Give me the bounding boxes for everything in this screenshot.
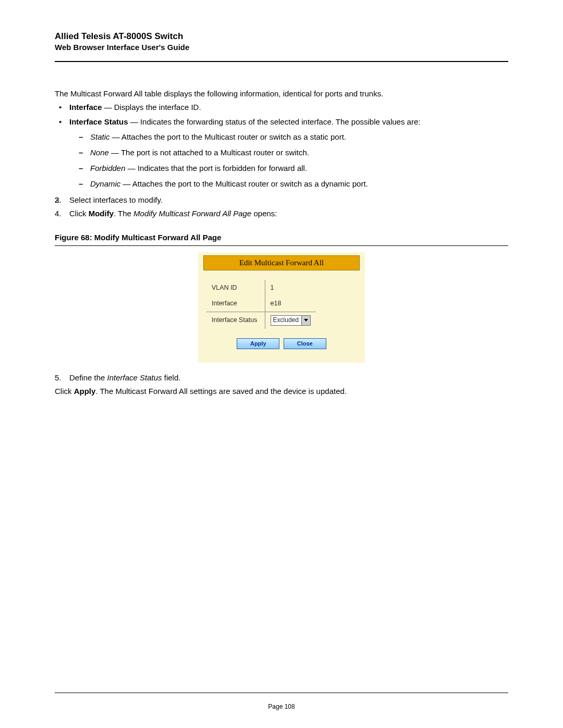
apply-pre: Click xyxy=(55,387,74,396)
doc-subtitle: Web Browser Interface User's Guide xyxy=(55,43,508,52)
step-5-num: 5. xyxy=(55,372,62,384)
bullet-ifstatus-desc: — Indicates the forwarding status of the… xyxy=(128,117,421,126)
sub-dynamic: Dynamic — Attaches the port to the Multi… xyxy=(90,178,508,190)
step-5-italic: Interface Status xyxy=(107,373,162,382)
step-5: 5.Define the Interface Status field. xyxy=(55,372,508,384)
sub-none-desc: — The port is not attached to a Multicas… xyxy=(109,148,309,157)
sub-none: None — The port is not attached to a Mul… xyxy=(90,147,508,158)
sub-static-desc: — Attaches the port to the Multicast rou… xyxy=(110,132,347,141)
doc-title: Allied Telesis AT-8000S Switch xyxy=(55,31,508,42)
interface-label: Interface xyxy=(206,295,265,312)
step-4-num: 4. xyxy=(55,208,62,219)
bullet-interface-label: Interface xyxy=(69,103,102,112)
svg-marker-0 xyxy=(304,319,308,322)
sub-dynamic-term: Dynamic xyxy=(90,179,120,188)
apply-post: . The Multicast Forward All settings are… xyxy=(95,387,347,396)
sub-forbidden: Forbidden — Indicates that the port is f… xyxy=(90,163,508,174)
sub-none-term: None xyxy=(90,148,109,157)
bullet-interface-desc: — Displays the interface ID. xyxy=(102,103,201,112)
figure-caption: Figure 68: Modify Multicast Forward All … xyxy=(55,232,508,243)
apply-paragraph: Click Apply. The Multicast Forward All s… xyxy=(55,386,508,397)
apply-bold: Apply xyxy=(74,387,96,396)
footer-rule xyxy=(55,693,508,693)
dialog-title: Edit Multicast Forward All xyxy=(203,255,360,271)
sub-static-term: Static xyxy=(90,132,110,141)
row-interface: Interface e18 xyxy=(206,295,316,312)
bullet-ifstatus-label: Interface Status xyxy=(69,117,128,126)
step-3-num: 3. xyxy=(55,194,62,206)
apply-button[interactable]: Apply xyxy=(237,338,279,350)
figure-rule xyxy=(55,245,508,246)
sub-dynamic-desc: — Attaches the port to the Multicast rou… xyxy=(120,179,368,188)
row-interface-status: Interface Status Excluded xyxy=(206,312,316,329)
close-button[interactable]: Close xyxy=(284,338,326,350)
sub-forbidden-term: Forbidden xyxy=(90,164,126,172)
interface-status-label: Interface Status xyxy=(206,312,265,329)
vlan-id-label: VLAN ID xyxy=(206,280,265,295)
step-4-mid: . The xyxy=(114,209,133,218)
sub-static: Static — Attaches the port to the Multic… xyxy=(90,131,508,143)
sub-forbidden-desc: — Indicates that the port is forbidden f… xyxy=(126,164,308,172)
interface-value: e18 xyxy=(265,295,316,312)
interface-status-select[interactable]: Excluded xyxy=(271,315,311,326)
step-5-pre: Define the xyxy=(69,373,107,382)
bullet-interface-status: Interface Status — Indicates the forward… xyxy=(69,116,508,190)
chevron-down-icon xyxy=(301,316,310,325)
intro-paragraph: The Multicast Forward All table displays… xyxy=(55,88,508,100)
row-vlan-id: VLAN ID 1 xyxy=(206,280,316,295)
step-4-pre: Click xyxy=(69,209,89,218)
header-rule xyxy=(55,61,508,62)
step-4-bold: Modify xyxy=(89,209,114,218)
step-3: 3.Select interfaces to modify. xyxy=(55,194,508,206)
step-5-post: field. xyxy=(162,373,181,382)
step-3-text: Select interfaces to modify. xyxy=(69,195,163,204)
bullet-interface: Interface — Displays the interface ID. xyxy=(69,102,508,113)
page-number: Page 108 xyxy=(0,703,563,710)
edit-multicast-dialog: Edit Multicast Forward All VLAN ID 1 Int… xyxy=(198,252,365,363)
step-4-post: opens: xyxy=(251,209,277,218)
vlan-id-value: 1 xyxy=(265,280,316,295)
interface-status-selected: Excluded xyxy=(271,316,301,325)
step-4: 4.Click Modify. The Modify Multicast For… xyxy=(55,208,508,219)
step-4-italic: Modify Multicast Forward All Page xyxy=(133,209,251,218)
